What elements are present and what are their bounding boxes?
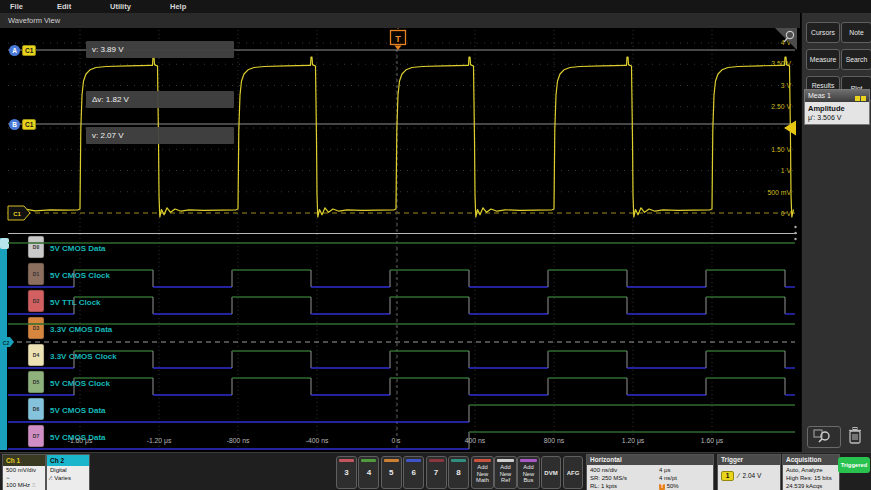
add-button-label: AddNewBus: [518, 464, 539, 484]
acquisition-count: 24.539 kAcqs: [786, 482, 839, 490]
add-new-bus-button[interactable]: AddNewBus: [517, 456, 540, 489]
add-new-math-button[interactable]: AddNewMath: [471, 456, 494, 489]
channel-5-button[interactable]: 5: [381, 456, 402, 489]
search-button[interactable]: Search: [841, 49, 871, 70]
measure-button[interactable]: Measure: [806, 49, 840, 70]
acquisition-mode: Auto, Analyze: [786, 466, 839, 474]
horizontal-badge[interactable]: Horizontal 400 ns/div SR: 250 MS/s RL: 1…: [586, 454, 714, 490]
separator-grip-icon[interactable]: [794, 238, 796, 240]
trigger-badge[interactable]: Trigger 1 ∕ 2.04 V: [717, 454, 781, 490]
channel-7-button[interactable]: 7: [426, 456, 447, 489]
trigger-indicator-label: T: [395, 34, 401, 44]
time-axis-label: -1.20 μs: [147, 437, 172, 445]
dvm-button[interactable]: DVM: [541, 456, 561, 489]
menu-edit[interactable]: Edit: [57, 2, 71, 11]
voltage-axis-label: 1 V: [781, 167, 792, 174]
ch2-badge[interactable]: Ch 2 Digital ∕: Varies: [46, 454, 90, 490]
cursor-b-handle[interactable]: B C1: [9, 118, 36, 130]
afg-button[interactable]: AFG: [563, 456, 583, 489]
ch1-name: Ch 1: [3, 455, 45, 466]
channel-number: 6: [404, 468, 423, 477]
digital-badge-label-D3: D3: [33, 325, 40, 331]
digital-badge-label-D2: D2: [33, 298, 40, 304]
add-button-label: AddNewRef: [495, 464, 516, 484]
ch1-ground-marker-label: C1: [13, 211, 21, 217]
cursor-a-handle[interactable]: A C1: [9, 44, 36, 56]
trash-button[interactable]: [846, 425, 866, 447]
add-button-label: AddNewMath: [472, 464, 493, 484]
channel-4-button[interactable]: 4: [358, 456, 379, 489]
cursor-b-channel-tag: C1: [22, 119, 36, 130]
meas-value: μ': 3.506 V: [805, 113, 869, 124]
digital-badge-label-D4: D4: [33, 352, 40, 358]
menu-file[interactable]: File: [10, 2, 23, 11]
channel-number: 7: [427, 468, 446, 477]
zoom-tool-button[interactable]: [807, 426, 841, 448]
channel-number: 4: [359, 468, 378, 477]
voltage-axis-label: 3.50 V: [771, 60, 791, 67]
waveform-canvas: 4 V3.50 V3 V2.50 V1.50 V1 V500 mV0 VD05V…: [0, 0, 871, 490]
horizontal-window: 4 μs: [659, 466, 679, 474]
channel-color-stripe: [384, 459, 399, 462]
channel-number: 5: [382, 468, 401, 477]
magnifier-icon: [808, 427, 838, 445]
note-button[interactable]: Note: [841, 22, 871, 43]
ch2-name: Ch 2: [47, 455, 89, 466]
ch1-badge[interactable]: Ch 1 500 mV/div ⌁ 100 MHz ⎍: [2, 454, 46, 490]
meas-status-squares-icon: [854, 93, 866, 105]
add-new-ref-button[interactable]: AddNewRef: [494, 456, 517, 489]
ch2-threshold: ∕: Varies: [50, 475, 89, 483]
measurement-badge[interactable]: Meas 1 Amplitude μ': 3.506 V: [804, 89, 870, 125]
time-axis-label: 1.20 μs: [622, 437, 645, 445]
digital-channel-label-D0: 5V CMOS Data: [50, 244, 106, 253]
cursors-button[interactable]: Cursors: [806, 22, 840, 43]
trigger-title: Trigger: [718, 455, 780, 465]
time-axis-label: 400 ns: [465, 437, 486, 444]
voltage-axis-label: 500 mV: [768, 189, 792, 196]
separator-grip-icon[interactable]: [794, 226, 796, 228]
channel-8-button[interactable]: 8: [448, 456, 469, 489]
separator-grip-icon[interactable]: [794, 232, 796, 234]
horizontal-recordlength: RL: 1 kpts: [590, 483, 617, 489]
horizontal-resolution: 4 ns/pt: [659, 474, 679, 482]
ch1-bandwidth: 100 MHz: [6, 482, 30, 488]
channel-color-stripe: [361, 459, 376, 462]
horizontal-samplerate: SR: 250 MS/s: [590, 474, 713, 482]
cursor-a-badge: A: [9, 45, 20, 56]
cursor-b-readout: v: 2.07 V: [86, 127, 234, 144]
trigger-level: 2.04 V: [743, 472, 762, 479]
acquisition-badge[interactable]: Acquisition Auto, Analyze High Res: 15 b…: [782, 454, 840, 490]
menu-bar: File Edit Utility Help: [0, 0, 871, 13]
digital-badge-label-D0: D0: [33, 244, 40, 250]
trash-icon: [846, 425, 864, 445]
horizontal-position: 50%: [667, 483, 679, 489]
acquisition-resolution: High Res: 15 bits: [786, 474, 839, 482]
digital-group-marker-label: C2: [3, 340, 10, 346]
cursor-b-badge: B: [9, 119, 20, 130]
trigger-status-indicator: Triggered: [838, 457, 870, 473]
digital-channel-label-D5: 5V CMOS Clock: [50, 379, 111, 388]
voltage-axis-label: 0 V: [781, 210, 792, 217]
cursor-delta-readout: Δv: 1.82 V: [86, 91, 234, 108]
results-bar: Add New... Cursors Note Measure Search R…: [801, 0, 871, 452]
trigger-position-icon: T: [659, 484, 665, 490]
channel-3-button[interactable]: 3: [336, 456, 357, 489]
cursor-a-readout: v: 3.89 V: [86, 41, 234, 58]
bandwidth-icon: ⎍: [32, 482, 36, 488]
digital-channel-label-D2: 5V TTL Clock: [50, 298, 101, 307]
tab-waveform-view[interactable]: Waveform View: [8, 16, 60, 25]
menu-help[interactable]: Help: [170, 2, 186, 11]
menu-utility[interactable]: Utility: [110, 2, 131, 11]
time-axis-label: 800 ns: [544, 437, 565, 444]
digital-badge-label-D5: D5: [33, 379, 40, 385]
add-color-stripe: [474, 459, 491, 462]
channel-color-stripe: [451, 459, 466, 462]
channel-6-button[interactable]: 6: [403, 456, 424, 489]
meas-name: Meas 1: [808, 92, 831, 99]
time-axis-label: -1.60 μs: [68, 437, 93, 445]
ch2-mode: Digital: [50, 467, 89, 475]
digital-group-handle-icon[interactable]: [0, 238, 9, 249]
time-axis-label: 1.60 μs: [701, 437, 724, 445]
time-axis-label: 0 s: [391, 437, 401, 444]
horizontal-title: Horizontal: [587, 455, 713, 465]
